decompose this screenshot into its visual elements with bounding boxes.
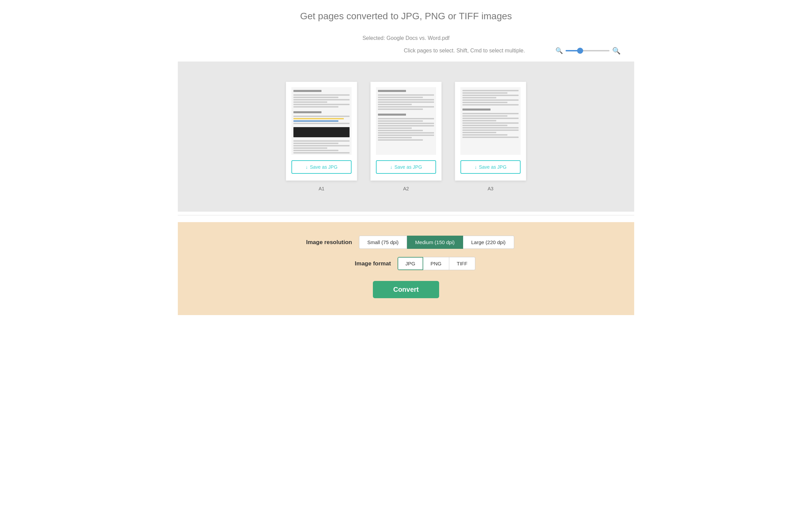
save-jpg-button-a1[interactable]: ↓ Save as JPG bbox=[291, 160, 351, 174]
save-jpg-button-a3[interactable]: ↓ Save as JPG bbox=[461, 160, 521, 174]
page-label-a2: A2 bbox=[403, 186, 409, 192]
bottom-panel: Image resolution Small (75 dpi) Medium (… bbox=[178, 222, 634, 315]
page-thumbnail-a2 bbox=[376, 87, 436, 155]
divider bbox=[178, 215, 634, 215]
page-item-a3: ↓ Save as JPG A3 bbox=[455, 82, 526, 192]
page-item-a2: ↓ Save as JPG A2 bbox=[370, 82, 442, 192]
zoom-controls: 🔍 🔍 bbox=[555, 47, 621, 55]
download-icon-a3: ↓ bbox=[474, 164, 477, 170]
format-buttons: JPG PNG TIFF bbox=[398, 257, 475, 270]
resolution-large-button[interactable]: Large (220 dpi) bbox=[463, 236, 514, 249]
save-jpg-button-a2[interactable]: ↓ Save as JPG bbox=[376, 160, 436, 174]
resolution-row: Image resolution Small (75 dpi) Medium (… bbox=[298, 236, 514, 249]
format-tiff-button[interactable]: TIFF bbox=[449, 257, 475, 270]
page-card-a3[interactable]: ↓ Save as JPG bbox=[455, 82, 526, 181]
pages-grid: ↓ Save as JPG A1 bbox=[191, 82, 621, 192]
format-jpg-button[interactable]: JPG bbox=[398, 257, 423, 270]
page-card-a2[interactable]: ↓ Save as JPG bbox=[370, 82, 442, 181]
resolution-medium-button[interactable]: Medium (150 dpi) bbox=[407, 236, 463, 249]
format-label: Image format bbox=[337, 260, 391, 267]
page-thumbnail-a3 bbox=[461, 87, 521, 155]
download-icon-a2: ↓ bbox=[390, 164, 392, 170]
resolution-label: Image resolution bbox=[298, 239, 352, 246]
resolution-small-button[interactable]: Small (75 dpi) bbox=[359, 236, 407, 249]
zoom-slider[interactable] bbox=[566, 50, 609, 52]
convert-button[interactable]: Convert bbox=[373, 281, 439, 298]
download-icon-a1: ↓ bbox=[306, 164, 308, 170]
preview-area: ↓ Save as JPG A1 bbox=[178, 62, 634, 212]
resolution-buttons: Small (75 dpi) Medium (150 dpi) Large (2… bbox=[359, 236, 514, 249]
page-label-a3: A3 bbox=[487, 186, 493, 192]
selected-file-label: Selected: Google Docs vs. Word.pdf bbox=[191, 35, 621, 41]
instructions-text: Click pages to select. Shift, Cmd to sel… bbox=[373, 48, 556, 54]
zoom-in-icon[interactable]: 🔍 bbox=[612, 47, 621, 55]
page-card-a1[interactable]: ↓ Save as JPG bbox=[286, 82, 357, 181]
format-png-button[interactable]: PNG bbox=[423, 257, 450, 270]
page-thumbnail-a1 bbox=[291, 87, 351, 155]
zoom-out-icon[interactable]: 🔍 bbox=[555, 47, 563, 55]
page-title: Get pages converted to JPG, PNG or TIFF … bbox=[191, 11, 621, 22]
page-label-a1: A1 bbox=[319, 186, 324, 192]
format-row: Image format JPG PNG TIFF bbox=[337, 257, 475, 270]
page-item-a1: ↓ Save as JPG A1 bbox=[286, 82, 357, 192]
